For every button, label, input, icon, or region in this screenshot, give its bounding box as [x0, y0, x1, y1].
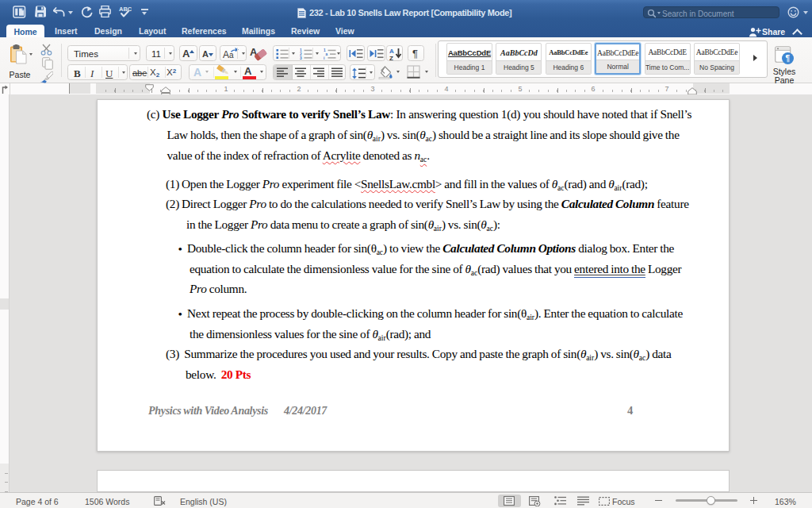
svg-text:a: a: [326, 52, 328, 56]
svg-text:ABC: ABC: [119, 6, 132, 13]
svg-text:3: 3: [300, 56, 302, 60]
svg-text:i: i: [324, 56, 324, 60]
svg-text:Z: Z: [389, 55, 393, 61]
